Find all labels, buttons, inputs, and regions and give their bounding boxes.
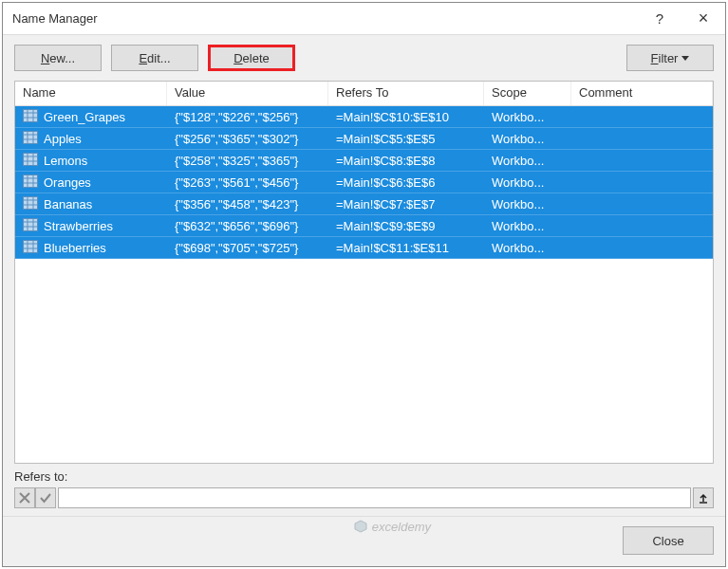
col-header-comment[interactable]: Comment (571, 82, 713, 105)
refers-to-label: Refers to: (14, 469, 714, 487)
row-comment (571, 115, 713, 119)
row-refers: =Main!$C$11:$E$11 (328, 239, 484, 257)
row-value: {"$128","$226","$256"} (167, 108, 328, 126)
row-value: {"$263","$561","$456"} (167, 174, 328, 192)
window-title: Name Manager (12, 11, 638, 26)
svg-rect-20 (24, 197, 38, 210)
row-name: Blueberries (44, 241, 106, 255)
table-icon (23, 174, 40, 190)
help-button[interactable]: ? (638, 3, 681, 35)
x-icon (19, 492, 30, 504)
table-icon (23, 218, 40, 233)
table-row[interactable]: Blueberries {"$698","$705","$725"} =Main… (15, 237, 713, 259)
row-name: Bananas (44, 197, 92, 211)
row-refers: =Main!$C$9:$E$9 (328, 217, 484, 235)
row-value: {"$256","$365","$302"} (167, 130, 328, 148)
names-list: Name Value Refers To Scope Comment Green… (14, 81, 714, 464)
row-refers: =Main!$C$8:$E$8 (328, 152, 484, 170)
watermark-text: exceldemy (372, 520, 431, 534)
watermark-icon (353, 519, 368, 534)
titlebar: Name Manager ? × (3, 3, 725, 35)
row-refers: =Main!$C$5:$E$5 (328, 130, 484, 148)
table-row[interactable]: Bananas {"$356","$458","$423"} =Main!$C$… (15, 193, 713, 215)
table-row[interactable]: Green_Grapes {"$128","$226","$256"} =Mai… (15, 106, 713, 128)
row-refers: =Main!$C$7:$E$7 (328, 195, 484, 213)
row-scope: Workbo... (484, 217, 571, 235)
svg-rect-25 (24, 219, 38, 231)
table-row[interactable]: Apples {"$256","$365","$302"} =Main!$C$5… (15, 128, 713, 150)
row-value: {"$632","$656","$696"} (167, 217, 328, 235)
row-name: Oranges (44, 175, 91, 190)
table-icon (23, 240, 40, 255)
close-window-button[interactable]: × (681, 3, 725, 35)
check-icon (40, 492, 51, 504)
list-header: Name Value Refers To Scope Comment (15, 82, 713, 106)
svg-rect-10 (24, 154, 38, 166)
table-icon (23, 131, 40, 146)
row-scope: Workbo... (484, 239, 571, 257)
cancel-edit-button[interactable] (14, 487, 35, 508)
col-header-scope[interactable]: Scope (484, 82, 571, 105)
expand-dialog-button[interactable] (693, 487, 714, 508)
row-name: Apples (44, 132, 82, 146)
svg-rect-5 (24, 132, 38, 144)
row-name: Lemons (44, 154, 87, 168)
row-comment (571, 202, 713, 206)
row-scope: Workbo... (484, 195, 571, 213)
close-button[interactable]: Close (623, 526, 714, 555)
row-scope: Workbo... (484, 174, 571, 192)
confirm-edit-button[interactable] (35, 487, 56, 508)
table-row[interactable]: Lemons {"$258","$325","$365"} =Main!$C$8… (15, 150, 713, 172)
refers-to-section: Refers to: (3, 464, 725, 516)
row-value: {"$698","$705","$725"} (167, 239, 328, 257)
collapse-icon (698, 492, 709, 504)
row-comment (571, 137, 713, 140)
row-value: {"$356","$458","$423"} (167, 195, 328, 213)
list-body[interactable]: Green_Grapes {"$128","$226","$256"} =Mai… (15, 106, 713, 463)
row-comment (571, 180, 713, 184)
name-manager-dialog: Name Manager ? × New... Edit... Delete F… (2, 2, 726, 567)
row-scope: Workbo... (484, 130, 571, 148)
row-name: Green_Grapes (44, 110, 125, 124)
svg-rect-0 (24, 110, 38, 122)
row-scope: Workbo... (484, 152, 571, 170)
table-icon (23, 153, 40, 168)
svg-marker-36 (355, 521, 366, 532)
row-refers: =Main!$C$6:$E$6 (328, 174, 484, 192)
col-header-refers[interactable]: Refers To (328, 82, 484, 105)
col-header-value[interactable]: Value (167, 82, 328, 105)
table-row[interactable]: Strawberries {"$632","$656","$696"} =Mai… (15, 215, 713, 237)
filter-button[interactable]: Filter (626, 45, 714, 71)
row-name: Strawberries (44, 219, 113, 233)
row-comment (571, 246, 713, 249)
table-icon (23, 196, 40, 211)
table-row[interactable]: Oranges {"$263","$561","$456"} =Main!$C$… (15, 172, 713, 193)
table-icon (23, 109, 40, 124)
toolbar: New... Edit... Delete Filter (3, 35, 725, 81)
row-scope: Workbo... (484, 108, 571, 126)
svg-rect-15 (24, 175, 38, 188)
new-button[interactable]: New... (14, 45, 102, 71)
chevron-down-icon (681, 56, 689, 61)
delete-button[interactable]: Delete (208, 45, 295, 71)
row-comment (571, 224, 713, 228)
row-value: {"$258","$325","$365"} (167, 152, 328, 170)
refers-to-input[interactable] (58, 487, 691, 508)
watermark: exceldemy (353, 519, 431, 534)
edit-button[interactable]: Edit... (111, 45, 198, 71)
col-header-name[interactable]: Name (15, 82, 167, 105)
row-refers: =Main!$C$10:$E$10 (328, 108, 484, 126)
row-comment (571, 158, 713, 162)
svg-rect-30 (24, 241, 38, 253)
